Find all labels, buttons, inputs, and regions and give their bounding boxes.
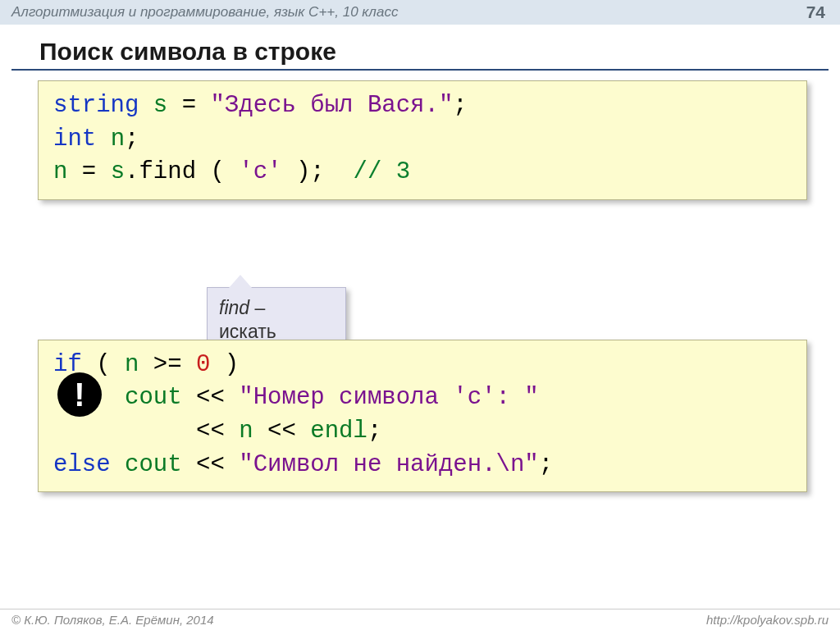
kw-int: int (53, 126, 96, 153)
slide-content: string s = "Здесь был Вася."; int n; n =… (0, 80, 840, 492)
warning-icon: ! (57, 372, 102, 417)
footer-copyright: © К.Ю. Поляков, Е.А. Ерёмин, 2014 (11, 613, 214, 627)
comment: // 3 (354, 158, 411, 185)
slide-title: Поиск символа в строке (11, 25, 829, 71)
kw-else: else (53, 451, 111, 478)
string-literal: "Здесь был Вася." (210, 92, 453, 119)
code-block-1: string s = "Здесь был Вася."; int n; n =… (38, 80, 807, 200)
header-title: Алгоритмизация и программирование, язык … (11, 4, 398, 21)
page-number: 74 (806, 2, 825, 22)
footer-url: http://kpolyakov.spb.ru (706, 613, 829, 627)
slide-footer: © К.Ю. Поляков, Е.А. Ерёмин, 2014 http:/… (0, 609, 840, 630)
var-n: n (111, 126, 125, 153)
slide-header: Алгоритмизация и программирование, язык … (0, 0, 840, 25)
kw-string: string (53, 92, 139, 119)
var-s: s (153, 92, 167, 119)
tooltip-term: find (219, 297, 249, 318)
code-block-2: if ( n >= 0 ) cout << "Номер символа 'c'… (38, 340, 807, 492)
